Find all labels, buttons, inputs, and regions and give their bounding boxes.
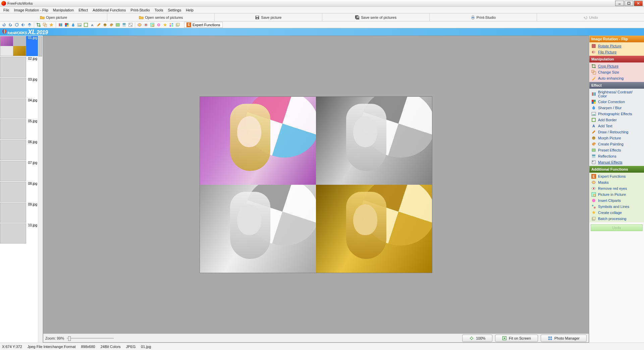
batch-processing-link[interactable]: Batch processing <box>589 216 644 222</box>
add-border-icon[interactable] <box>83 22 89 28</box>
menu-image-rotation-flip[interactable]: Image Rotation - Flip <box>12 7 50 13</box>
menu-file[interactable]: File <box>1 7 11 13</box>
open-series-button[interactable]: Open series of pictures <box>107 13 215 21</box>
color-correction-icon[interactable] <box>64 22 69 28</box>
save-series-button[interactable]: Save serie of pictures <box>322 13 430 21</box>
thumbnail-item[interactable]: 08.jpg <box>0 182 38 202</box>
icon-toolbar: A E Expert Functions <box>0 21 644 28</box>
zoom-100-button[interactable]: 100% <box>462 335 492 342</box>
thumbnail-item[interactable]: 09.jpg <box>0 203 38 223</box>
thumbnail-item[interactable]: 06.jpg <box>0 140 38 160</box>
preset-effects-link[interactable]: Preset Effects <box>589 147 644 153</box>
thumbnail-item[interactable]: 05.jpg <box>0 119 38 139</box>
auto-enhancing-link[interactable]: Auto enhancing <box>589 75 644 81</box>
batch-icon[interactable] <box>175 22 180 28</box>
menu-manipulation[interactable]: Manipulation <box>51 7 76 13</box>
reflection-icon[interactable] <box>121 22 127 28</box>
change-size-link[interactable]: Change Size <box>589 69 644 75</box>
add-text-icon[interactable]: A <box>90 22 95 28</box>
thumbnail-item[interactable]: 01.jpg <box>0 36 38 56</box>
painting-icon[interactable] <box>109 22 114 28</box>
rotate-right-icon[interactable] <box>8 22 13 28</box>
save-picture-button[interactable]: Save picture <box>215 13 322 21</box>
maximize-button[interactable] <box>625 1 633 6</box>
rotate-arb-icon[interactable] <box>14 22 19 28</box>
thumbnail-item[interactable]: 03.jpg <box>0 78 38 98</box>
create-collage-link[interactable]: Create collage <box>589 210 644 216</box>
brightness-contrast-link[interactable]: Brightness/ Contrast/ Color <box>589 89 644 99</box>
thumbnail-item[interactable]: 02.jpg <box>0 57 38 77</box>
menu-print-studio[interactable]: Print-Studio <box>128 7 152 13</box>
symbols-icon[interactable] <box>162 22 168 28</box>
mask-icon[interactable] <box>137 22 142 28</box>
photo-manager-button[interactable]: Photo Manager <box>541 335 587 342</box>
menu-effect[interactable]: Effect <box>76 7 90 13</box>
manual-effects-icon[interactable] <box>128 22 133 28</box>
rotate-left-icon[interactable] <box>1 22 7 28</box>
thumbnail-item[interactable]: 07.jpg <box>0 161 38 181</box>
morph-icon[interactable] <box>102 22 108 28</box>
svg-text:A: A <box>592 124 595 128</box>
photo-effects-icon[interactable] <box>77 22 82 28</box>
manual-effects-link[interactable]: Manual Effects <box>589 159 644 165</box>
clipart-icon[interactable] <box>156 22 161 28</box>
remove-redeye-link[interactable]: Remove red eyes <box>589 185 644 191</box>
flip-horizontal-icon[interactable] <box>20 22 26 28</box>
crop-icon[interactable] <box>36 22 41 28</box>
redeye-icon[interactable] <box>143 22 149 28</box>
canvas-view[interactable] <box>43 36 589 334</box>
status-dims: 898x680 <box>81 345 95 349</box>
panel-undo-button[interactable]: Undo <box>591 224 643 231</box>
menu-tools[interactable]: Tools <box>153 7 165 13</box>
close-button[interactable] <box>634 1 643 6</box>
symbols-lines-link[interactable]: Symbols and Lines <box>589 204 644 210</box>
print-studio-button[interactable]: Print-Studio <box>430 13 537 21</box>
minimize-button[interactable] <box>615 1 624 6</box>
add-text-link[interactable]: AAdd Text <box>589 123 644 129</box>
thumbnail-item[interactable]: 10.jpg <box>0 223 38 244</box>
flip-picture-link[interactable]: Flip Picture <box>589 49 644 55</box>
svg-rect-85 <box>592 205 593 206</box>
thumbnail-list[interactable]: 01.jpg 02.jpg 03.jpg 04.jpg 05.jpg 06.jp… <box>0 36 38 343</box>
svg-point-32 <box>112 25 113 25</box>
menu-settings[interactable]: Settings <box>166 7 183 13</box>
svg-rect-22 <box>67 25 68 27</box>
pip-icon[interactable] <box>150 22 155 28</box>
thumbnail-item[interactable]: 04.jpg <box>0 98 38 119</box>
masks-link[interactable]: Masks <box>589 179 644 185</box>
picture-in-picture-link[interactable]: Picture in Picture <box>589 191 644 198</box>
sharpen-blur-link[interactable]: Sharpen / Blur <box>589 105 644 111</box>
menu-additional-functions[interactable]: Additional Functions <box>91 7 128 13</box>
reflections-link[interactable]: Reflections <box>589 153 644 159</box>
add-border-link[interactable]: Add Border <box>589 117 644 123</box>
flip-icon <box>591 50 596 54</box>
brightness-icon[interactable] <box>58 22 63 28</box>
morph-link[interactable]: Morph Picture <box>589 135 644 141</box>
preset-icon <box>591 148 596 152</box>
auto-enhance-icon[interactable] <box>49 22 54 28</box>
zoom-slider[interactable] <box>67 336 114 341</box>
open-picture-button[interactable]: Open picture <box>0 13 107 21</box>
draw-retouch-link[interactable]: Draw / Retouching <box>589 129 644 135</box>
expert-functions-link[interactable]: EExpert Functions <box>589 173 644 179</box>
sharpen-blur-icon[interactable] <box>70 22 76 28</box>
expert-functions-button[interactable]: E Expert Functions <box>184 22 223 28</box>
thumbnail-scrollbar[interactable] <box>38 36 43 343</box>
preset-effects-icon[interactable] <box>115 22 120 28</box>
separator <box>34 22 34 28</box>
collage-icon[interactable] <box>169 22 174 28</box>
resize-icon[interactable] <box>42 22 48 28</box>
photo-effects-link[interactable]: Photographic Effects <box>589 111 644 117</box>
undo-label: Undo <box>589 15 598 19</box>
crop-picture-link[interactable]: Crop Picture <box>589 63 644 69</box>
balloon-icon <box>1 29 7 35</box>
undo-button[interactable]: Undo <box>537 13 644 21</box>
rotate-picture-link[interactable]: Rotate Picture <box>589 43 644 49</box>
insert-cliparts-link[interactable]: Insert Cliparts <box>589 198 644 204</box>
draw-icon[interactable] <box>96 22 101 28</box>
fit-screen-button[interactable]: Fit on Screen <box>495 335 538 342</box>
color-correction-link[interactable]: Color Correction <box>589 99 644 105</box>
flip-vertical-icon[interactable] <box>27 22 32 28</box>
menu-help[interactable]: Help <box>184 7 196 13</box>
painting-link[interactable]: Create Painting <box>589 141 644 147</box>
